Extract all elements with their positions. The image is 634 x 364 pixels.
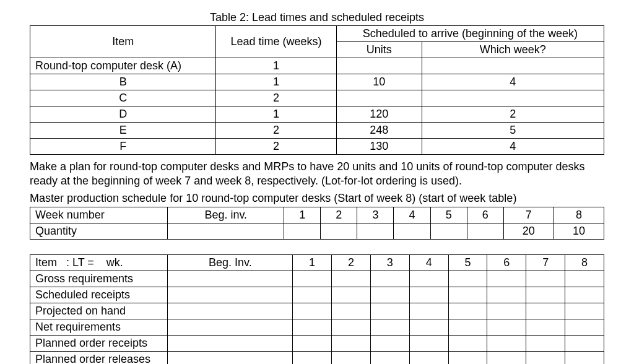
mps-q2 (321, 223, 357, 240)
table-cell (526, 319, 565, 336)
table-cell (293, 336, 332, 352)
table-cell (293, 287, 332, 303)
table-cell (526, 287, 565, 303)
mps-w1: 1 (284, 207, 321, 223)
table-cell (448, 352, 487, 364)
table-cell (487, 287, 526, 303)
table-cell (526, 303, 565, 319)
table-cell (409, 352, 448, 364)
mrp-w6: 6 (487, 255, 526, 271)
mps-q1 (284, 223, 321, 240)
mps-q3 (357, 223, 394, 240)
mrp-beg-inv-header: Beg. Inv. (168, 255, 293, 271)
table-cell (409, 271, 448, 287)
table-cell (332, 271, 371, 287)
mps-w3: 3 (357, 207, 394, 223)
table-cell (409, 319, 448, 336)
table-cell (409, 287, 448, 303)
table-cell: 130 (336, 139, 422, 155)
mps-table: Week number Beg. inv. 1 2 3 4 5 6 7 8 Qu… (30, 207, 604, 240)
mrp-w3: 3 (370, 255, 409, 271)
table2: Item Lead time (weeks) Scheduled to arri… (30, 25, 604, 155)
table-cell (332, 319, 371, 336)
table-cell: 2 (216, 123, 337, 139)
mrp-row-label: Planned order releases (30, 352, 168, 364)
mrp-row-label: Gross requirements (30, 271, 168, 287)
table-cell: 2 (216, 139, 337, 155)
table-cell (332, 287, 371, 303)
table-cell (422, 58, 604, 74)
table-cell (448, 336, 487, 352)
table-cell (370, 352, 409, 364)
table-cell (526, 271, 565, 287)
table-cell (336, 58, 422, 74)
mps-q4 (394, 223, 430, 240)
table-cell: B (30, 74, 216, 90)
table-cell (487, 336, 526, 352)
mps-w4: 4 (394, 207, 430, 223)
mps-w6: 6 (467, 207, 503, 223)
table-cell: 10 (336, 74, 422, 90)
table-cell: 2 (422, 106, 604, 123)
table-cell (487, 303, 526, 319)
mps-q6 (467, 223, 503, 240)
table-cell (409, 303, 448, 319)
table-cell (565, 352, 604, 364)
table-cell (526, 352, 565, 364)
table-cell: Round-top computer desk (A) (30, 58, 216, 74)
mrp-w1: 1 (293, 255, 332, 271)
mps-q8: 10 (554, 223, 604, 240)
mrp-w2: 2 (332, 255, 371, 271)
mps-beg-inv-val (168, 223, 284, 240)
table-row: Scheduled receipts (30, 287, 604, 303)
table-cell (332, 303, 371, 319)
table-cell (293, 271, 332, 287)
mrp-w7: 7 (526, 255, 565, 271)
table-cell (168, 336, 293, 352)
table-cell (448, 287, 487, 303)
paragraph-mps-title: Master production schedule for 10 round-… (30, 191, 604, 206)
th-scheduled: Scheduled to arrive (beginning of the we… (336, 26, 604, 42)
paragraph-instructions: Make a plan for round-top computer desks… (30, 160, 604, 189)
mrp-w4: 4 (409, 255, 448, 271)
table-cell (565, 271, 604, 287)
table-cell: D (30, 106, 216, 123)
mps-row-week: Week number Beg. inv. 1 2 3 4 5 6 7 8 (30, 207, 604, 223)
table-cell: 1 (216, 106, 337, 123)
mrp-header-row: Item : LT = wk. Beg. Inv. 1 2 3 4 5 6 7 … (30, 255, 604, 271)
mrp-w5: 5 (448, 255, 487, 271)
table-cell (168, 271, 293, 287)
table-cell (448, 303, 487, 319)
table-row: Planned order releases (30, 352, 604, 364)
table-row: F21304 (30, 139, 604, 155)
table-cell (332, 336, 371, 352)
table-row: Projected on hand (30, 303, 604, 319)
table-cell: E (30, 123, 216, 139)
table-cell: C (30, 90, 216, 106)
table-cell (332, 352, 371, 364)
table2-header-row1: Item Lead time (weeks) Scheduled to arri… (30, 26, 604, 42)
mrp-table: Item : LT = wk. Beg. Inv. 1 2 3 4 5 6 7 … (30, 254, 604, 364)
table-cell (370, 336, 409, 352)
table-cell (168, 352, 293, 364)
table-cell (293, 319, 332, 336)
table-cell (526, 336, 565, 352)
mrp-w8: 8 (565, 255, 604, 271)
mrp-row-label: Net requirements (30, 319, 168, 336)
th-lead-time: Lead time (weeks) (216, 26, 337, 58)
table-row: Round-top computer desk (A)1 (30, 58, 604, 74)
table-cell (487, 319, 526, 336)
table-row: C2 (30, 90, 604, 106)
mps-w2: 2 (321, 207, 357, 223)
th-units: Units (336, 42, 422, 58)
table-cell (370, 319, 409, 336)
mps-label-qty: Quantity (30, 223, 168, 240)
table-row: Planned order receipts (30, 336, 604, 352)
table-cell (422, 90, 604, 106)
mps-row-qty: Quantity 20 10 (30, 223, 604, 240)
table-cell (565, 319, 604, 336)
table-row: Gross requirements (30, 271, 604, 287)
mrp-header-label: Item : LT = wk. (30, 255, 168, 271)
table-cell (409, 336, 448, 352)
table-cell: 120 (336, 106, 422, 123)
